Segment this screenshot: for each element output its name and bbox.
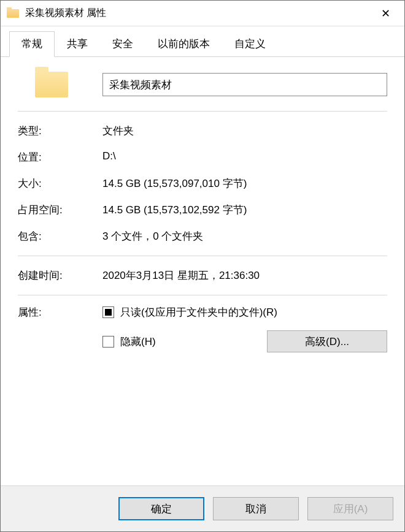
size-on-disk-label: 占用空间: bbox=[18, 203, 102, 217]
dialog-footer: 确定 取消 应用(A) bbox=[1, 485, 404, 531]
contains-label: 包含: bbox=[18, 229, 102, 243]
properties-dialog: 采集视频素材 属性 ✕ 常规 共享 安全 以前的版本 自定义 类型: 文件夹 位… bbox=[0, 0, 405, 532]
close-button[interactable]: ✕ bbox=[370, 1, 401, 26]
tab-customize[interactable]: 自定义 bbox=[222, 31, 278, 56]
tab-strip: 常规 共享 安全 以前的版本 自定义 bbox=[1, 26, 404, 57]
size-on-disk-value: 14.5 GB (15,573,102,592 字节) bbox=[102, 203, 387, 217]
tab-sharing[interactable]: 共享 bbox=[55, 31, 100, 56]
advanced-button[interactable]: 高级(D)... bbox=[267, 330, 387, 352]
folder-icon bbox=[7, 9, 19, 18]
titlebar: 采集视频素材 属性 ✕ bbox=[1, 1, 404, 26]
tab-general[interactable]: 常规 bbox=[9, 31, 55, 57]
divider bbox=[18, 256, 387, 256]
tab-previous-versions[interactable]: 以前的版本 bbox=[145, 31, 222, 56]
cancel-button[interactable]: 取消 bbox=[213, 497, 299, 520]
location-value: D:\ bbox=[102, 150, 387, 164]
type-label: 类型: bbox=[18, 124, 102, 138]
created-label: 创建时间: bbox=[18, 268, 102, 283]
readonly-label: 只读(仅应用于文件夹中的文件)(R) bbox=[120, 305, 277, 319]
tab-content: 类型: 文件夹 位置: D:\ 大小: 14.5 GB (15,573,097,… bbox=[1, 57, 404, 485]
created-value: 2020年3月13日 星期五，21:36:30 bbox=[102, 268, 387, 283]
folder-large-icon bbox=[35, 72, 68, 97]
hidden-label: 隐藏(H) bbox=[120, 335, 156, 349]
contains-value: 3 个文件，0 个文件夹 bbox=[102, 229, 387, 243]
divider bbox=[18, 111, 387, 112]
readonly-checkbox[interactable] bbox=[102, 306, 114, 318]
folder-name-input[interactable] bbox=[102, 73, 387, 96]
hidden-checkbox[interactable] bbox=[102, 336, 114, 348]
tab-security[interactable]: 安全 bbox=[100, 31, 145, 56]
divider bbox=[18, 295, 387, 295]
folder-large-icon-container bbox=[18, 72, 85, 97]
attributes-label: 属性: bbox=[18, 305, 102, 352]
size-value: 14.5 GB (15,573,097,010 字节) bbox=[102, 177, 387, 191]
apply-button[interactable]: 应用(A) bbox=[307, 497, 393, 520]
titlebar-title: 采集视频素材 属性 bbox=[25, 7, 370, 20]
ok-button[interactable]: 确定 bbox=[118, 497, 204, 520]
location-label: 位置: bbox=[18, 150, 102, 164]
size-label: 大小: bbox=[18, 177, 102, 191]
type-value: 文件夹 bbox=[102, 124, 387, 138]
